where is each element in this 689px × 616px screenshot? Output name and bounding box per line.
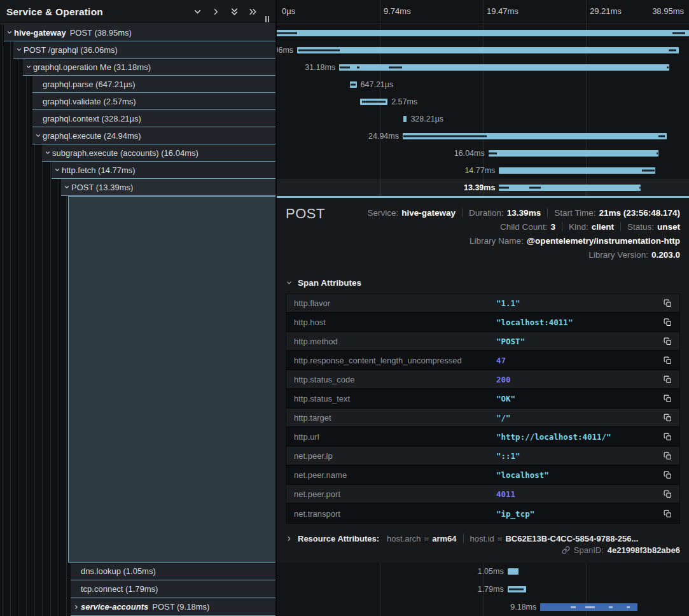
attribute-key: net.peer.port — [294, 489, 496, 499]
chevron-down-icon[interactable] — [15, 46, 24, 53]
resource-attributes-title: Resource Attributes: — [298, 534, 379, 543]
resource-pair: host.arch=arm64 — [387, 534, 456, 543]
span-tree-row[interactable]: graphql.operation Me (31.18ms) — [0, 59, 275, 76]
double-chevron-down-icon[interactable] — [230, 7, 239, 17]
library-version-label: Library Version: — [588, 250, 648, 260]
span-bar[interactable] — [360, 99, 387, 105]
attribute-row: http.flavor"1.1" — [286, 294, 679, 313]
operation-name: POST (13.39ms) — [71, 183, 133, 192]
attribute-value: 4011 — [496, 489, 662, 499]
span-bar[interactable] — [297, 47, 679, 53]
copy-icon[interactable] — [662, 316, 673, 328]
span-meta: Service: hive-gateway Duration: 13.39ms … — [367, 206, 680, 262]
attribute-row: net.peer.ip"::1" — [286, 447, 679, 466]
timeline-row: 38.95ms — [277, 24, 689, 41]
span-attributes-title: Span Attributes — [298, 278, 361, 288]
operation-name: graphql.validate (2.57ms) — [43, 97, 136, 106]
resource-attributes-toggle[interactable]: Resource Attributes: host.arch=arm64host… — [286, 533, 680, 544]
library-name-label: Library Name: — [470, 236, 524, 246]
timeline-row: 16.04ms — [277, 144, 689, 162]
span-duration-label: 1.05ms — [478, 567, 504, 576]
span-bar[interactable] — [489, 150, 658, 157]
attribute-value: "::1" — [496, 451, 662, 461]
span-bar[interactable] — [403, 116, 407, 122]
attribute-row: net.transport"ip_tcp" — [286, 504, 679, 523]
kind-value: client — [592, 222, 614, 232]
span-bar[interactable] — [350, 81, 357, 88]
attribute-key: http.status_code — [294, 375, 496, 384]
start-time-value: 21ms (23:56:48.174) — [599, 208, 680, 218]
copy-icon[interactable] — [662, 488, 673, 500]
span-tree-row[interactable]: graphql.context (328.21µs) — [0, 110, 275, 127]
timeline-tick: 29.21ms — [590, 6, 622, 16]
chevron-down-icon — [286, 279, 293, 286]
library-name-value: @opentelemetry/instrumentation-http — [527, 236, 680, 246]
copy-icon[interactable] — [662, 431, 673, 442]
chevron-right-icon[interactable] — [211, 7, 221, 17]
timeline-header: 0µs9.74ms19.47ms29.21ms38.95ms — [277, 0, 689, 24]
span-tree-row[interactable]: graphql.validate (2.57ms) — [0, 93, 275, 110]
span-bar[interactable] — [508, 586, 527, 592]
chevron-down-icon[interactable] — [34, 132, 43, 139]
double-chevron-right-icon[interactable] — [248, 7, 258, 17]
attribute-key: http.target — [294, 413, 496, 423]
copy-icon[interactable] — [662, 393, 673, 404]
copy-icon[interactable] — [662, 508, 673, 519]
link-icon[interactable] — [562, 546, 570, 554]
span-bar[interactable] — [508, 568, 518, 575]
span-tree-row[interactable]: subgraph.execute (accounts) (16.04ms) — [0, 144, 275, 162]
meta-line-2: Child Count: 3 Kind: client Status: unse… — [500, 220, 680, 234]
chevron-down-icon[interactable] — [24, 64, 33, 70]
operation-name: dns.lookup (1.05ms) — [81, 566, 156, 576]
attribute-row: http.status_code200 — [286, 370, 679, 389]
attribute-value: "OK" — [496, 394, 662, 403]
span-tree-row[interactable]: http.fetch (14.77ms) — [0, 162, 275, 179]
span-tree-row[interactable]: graphql.execute (24.94ms) — [0, 127, 275, 144]
tree-controls — [193, 7, 258, 17]
span-tree-row[interactable]: POST (13.39ms) — [0, 179, 275, 196]
span-bar[interactable] — [339, 64, 669, 71]
span-tree-row[interactable]: service-accountsPOST (9.18ms) — [0, 598, 275, 616]
span-tree-row[interactable]: tcp.connect (1.79ms) — [0, 580, 275, 598]
attribute-value: "1.1" — [496, 298, 662, 308]
span-duration-label: 31.18ms — [305, 63, 335, 72]
span-bar[interactable] — [499, 167, 655, 174]
span-duration-label: 9.18ms — [510, 603, 536, 612]
copy-icon[interactable] — [662, 374, 673, 385]
selected-span-block[interactable] — [68, 196, 275, 563]
operation-name: subgraph.execute (accounts) (16.04ms) — [52, 148, 198, 158]
span-bar[interactable] — [277, 30, 689, 36]
chevron-down-icon[interactable] — [193, 7, 202, 17]
meta-line-4: Library Version: 0.203.0 — [588, 248, 680, 262]
timeline-row: 328.21µs — [277, 110, 689, 127]
column-resize-handle[interactable] — [265, 16, 269, 22]
span-tree-row[interactable]: graphql.parse (647.21µs) — [0, 76, 275, 93]
chevron-down-icon[interactable] — [5, 29, 14, 36]
span-attributes-toggle[interactable]: Span Attributes — [286, 277, 680, 288]
copy-icon[interactable] — [662, 469, 673, 480]
start-time-label: Start Time: — [554, 208, 595, 218]
chevron-down-icon[interactable] — [53, 167, 62, 173]
span-tree-row[interactable]: dns.lookup (1.05ms) — [0, 563, 275, 580]
span-bar[interactable] — [499, 185, 641, 191]
attribute-value: "POST" — [496, 337, 662, 346]
copy-icon[interactable] — [662, 297, 673, 309]
chevron-right-icon[interactable] — [72, 604, 81, 610]
copy-icon[interactable] — [662, 412, 673, 423]
panel-divider[interactable] — [275, 0, 277, 616]
copy-icon[interactable] — [662, 335, 673, 347]
copy-icon[interactable] — [662, 450, 673, 461]
attribute-value: "http://localhost:4011/" — [496, 432, 662, 442]
attribute-row: net.peer.name"localhost" — [286, 466, 679, 485]
chevron-down-icon[interactable] — [62, 184, 71, 190]
copy-icon[interactable] — [662, 354, 673, 366]
service-value: hive-gateway — [401, 208, 456, 218]
span-bar[interactable] — [540, 603, 637, 611]
span-duration-label: 647.21µs — [361, 80, 394, 89]
span-tree-bottom: dns.lookup (1.05ms)tcp.connect (1.79ms)s… — [0, 563, 275, 616]
span-bar[interactable] — [403, 133, 667, 139]
span-tree-row[interactable]: POST /graphql (36.06ms) — [0, 41, 275, 59]
attribute-row: http.host"localhost:4011" — [286, 313, 679, 332]
chevron-down-icon[interactable] — [43, 150, 52, 156]
span-tree-row[interactable]: hive-gatewayPOST (38.95ms) — [0, 24, 275, 41]
